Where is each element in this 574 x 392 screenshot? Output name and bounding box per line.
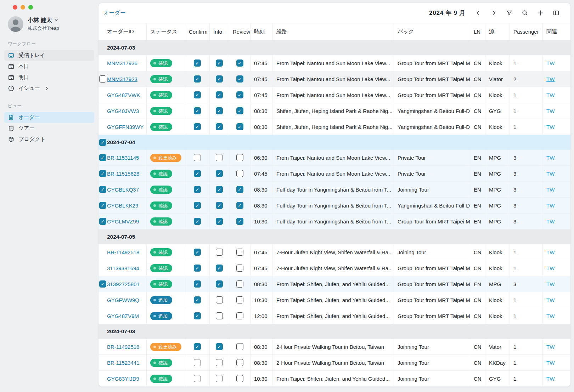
checkbox[interactable]: ✓ xyxy=(99,154,106,161)
checkbox[interactable]: ✓ xyxy=(236,296,243,303)
related-link[interactable]: TW xyxy=(546,76,555,82)
checkbox[interactable]: ✓ xyxy=(194,296,201,303)
related-link[interactable]: TW xyxy=(546,249,555,255)
order-id-link[interactable]: 31392725801 xyxy=(107,281,140,287)
checkbox[interactable]: ✓ xyxy=(236,186,243,193)
checkbox[interactable]: ✓ xyxy=(194,91,201,98)
column-header-confirm[interactable]: Confirm xyxy=(185,23,210,40)
checkbox[interactable]: ✓ xyxy=(216,265,223,272)
order-id-link[interactable]: BR-11515628 xyxy=(107,171,139,177)
checkbox[interactable]: ✓ xyxy=(99,218,106,225)
order-id-link[interactable]: GYGLMVZ99 xyxy=(107,218,139,225)
checkbox[interactable]: ✓ xyxy=(194,280,201,288)
order-id-link[interactable]: GYGFFN39WY xyxy=(107,124,144,130)
order-id-link[interactable]: GYGBLKQ37 xyxy=(107,187,139,193)
related-link[interactable]: TW xyxy=(546,344,555,350)
column-header-ln[interactable]: LN xyxy=(470,23,485,40)
order-row[interactable]: ✓GYGBLKQ37確認✓✓✓08:30Full-day Tour in Yan… xyxy=(99,182,570,198)
checkbox[interactable]: ✓ xyxy=(194,375,201,382)
order-id-link[interactable]: GYG83YIJD9 xyxy=(107,376,139,382)
order-row[interactable]: BR-11492518変更済み✓✓✓08:302-Hour Private Wa… xyxy=(99,339,570,355)
checkbox[interactable]: ✓ xyxy=(236,59,243,67)
order-id-link[interactable]: BR-11523441 xyxy=(107,360,139,366)
date-group-row[interactable]: 2024-07-03 xyxy=(99,40,570,55)
order-row[interactable]: ✓MNM317923確認✓✓✓07:45From Taipei: Nantou … xyxy=(99,71,570,87)
checkbox[interactable]: ✓ xyxy=(99,170,106,177)
date-group-row[interactable]: 2024-07-03 xyxy=(99,324,570,339)
order-row[interactable]: 31139381694確認✓✓✓07:457-Hour Jiufen Night… xyxy=(99,260,570,276)
related-link[interactable]: TW xyxy=(546,297,555,303)
checkbox[interactable]: ✓ xyxy=(216,296,223,303)
column-header-status[interactable]: ステータス xyxy=(147,23,185,40)
checkbox[interactable]: ✓ xyxy=(216,154,223,161)
order-id-link[interactable]: GYG40JVW3 xyxy=(107,108,139,114)
sidebar-item-products[interactable]: プロダクト xyxy=(4,134,94,145)
checkbox[interactable]: ✓ xyxy=(194,202,201,209)
order-row[interactable]: ✓BR-11531145変更済み✓✓✓06:30From Taipei: Nan… xyxy=(99,150,570,166)
checkbox[interactable]: ✓ xyxy=(194,265,201,272)
order-id-link[interactable]: BR-11492518 xyxy=(107,344,139,350)
related-link[interactable]: TW xyxy=(546,265,555,271)
order-id-link[interactable]: 31139381694 xyxy=(107,265,139,271)
columns-icon[interactable] xyxy=(552,9,560,17)
column-header-source[interactable]: 源 xyxy=(485,23,510,40)
order-id-link[interactable]: MNM317936 xyxy=(107,60,137,66)
checkbox[interactable]: ✓ xyxy=(216,186,223,193)
checkbox[interactable]: ✓ xyxy=(194,343,201,350)
order-id-link[interactable]: GYG48ZV9M xyxy=(107,313,139,319)
order-row[interactable]: BR-11492518確認✓✓✓07:457-Hour Jiufen Night… xyxy=(99,244,570,260)
checkbox[interactable]: ✓ xyxy=(99,75,106,83)
checkbox[interactable]: ✓ xyxy=(236,75,243,83)
checkbox[interactable]: ✓ xyxy=(236,343,243,350)
checkbox[interactable]: ✓ xyxy=(99,139,106,146)
checkbox[interactable]: ✓ xyxy=(194,107,201,114)
checkbox[interactable]: ✓ xyxy=(194,75,201,83)
related-link[interactable]: TW xyxy=(546,187,555,193)
checkbox[interactable]: ✓ xyxy=(194,154,201,161)
add-icon[interactable] xyxy=(536,9,544,17)
related-link[interactable]: TW xyxy=(546,124,555,130)
order-row[interactable]: ✓GYGLMVZ99確認✓✓✓10:30Full-day Tour in Yan… xyxy=(99,214,570,229)
checkbox[interactable]: ✓ xyxy=(216,123,223,130)
order-id-link[interactable]: GYGFWW9Q xyxy=(107,297,139,303)
checkbox[interactable]: ✓ xyxy=(99,186,106,193)
user-profile[interactable]: 小林 健太 株式会社Treap xyxy=(4,16,94,32)
checkbox[interactable]: ✓ xyxy=(236,280,243,288)
order-id-link[interactable]: MNM317923 xyxy=(107,76,137,82)
column-header-route[interactable]: 経路 xyxy=(273,23,394,40)
checkbox[interactable]: ✓ xyxy=(99,202,106,209)
related-link[interactable]: TW xyxy=(546,360,555,366)
checkbox[interactable]: ✓ xyxy=(216,75,223,83)
checkbox[interactable]: ✓ xyxy=(236,202,243,209)
checkbox[interactable]: ✓ xyxy=(216,202,223,209)
checkbox[interactable]: ✓ xyxy=(194,186,201,193)
related-link[interactable]: TW xyxy=(546,60,555,66)
column-header-order-id[interactable]: オーダーID xyxy=(107,23,147,40)
related-link[interactable]: TW xyxy=(546,281,555,287)
column-header-info[interactable]: Info xyxy=(210,23,229,40)
checkbox[interactable]: ✓ xyxy=(236,375,243,382)
related-link[interactable]: TW xyxy=(546,171,555,177)
chevron-left-icon[interactable] xyxy=(474,9,482,17)
checkbox[interactable]: ✓ xyxy=(236,107,243,114)
related-link[interactable]: TW xyxy=(546,108,555,114)
order-row[interactable]: BR-11523441確認✓✓✓08:302-Hour Private Walk… xyxy=(99,355,570,371)
checkbox[interactable]: ✓ xyxy=(194,59,201,67)
checkbox[interactable]: ✓ xyxy=(194,123,201,130)
checkbox[interactable]: ✓ xyxy=(216,359,223,366)
related-link[interactable]: TW xyxy=(546,376,555,382)
checkbox[interactable]: ✓ xyxy=(99,280,106,288)
sidebar-item-tomorrow[interactable]: 明日 xyxy=(4,72,94,83)
column-header-pack[interactable]: パック xyxy=(394,23,470,40)
checkbox[interactable]: ✓ xyxy=(236,218,243,225)
checkbox[interactable]: ✓ xyxy=(194,218,201,225)
checkbox[interactable]: ✓ xyxy=(236,154,243,161)
order-row[interactable]: ✓31392725801確認✓✓✓08:30From Taipei: Shife… xyxy=(99,276,570,292)
checkbox[interactable]: ✓ xyxy=(216,170,223,177)
related-link[interactable]: TW xyxy=(546,313,555,319)
order-row[interactable]: GYGFWW9Q追加✓✓✓10:30From Taipei: Shifen, J… xyxy=(99,292,570,308)
order-row[interactable]: GYG40JVW3確認✓✓✓08:30Shifen, Jiufen, Hepin… xyxy=(99,103,570,119)
chevron-down-icon[interactable] xyxy=(54,17,58,24)
checkbox[interactable]: ✓ xyxy=(216,107,223,114)
checkbox[interactable]: ✓ xyxy=(216,59,223,67)
